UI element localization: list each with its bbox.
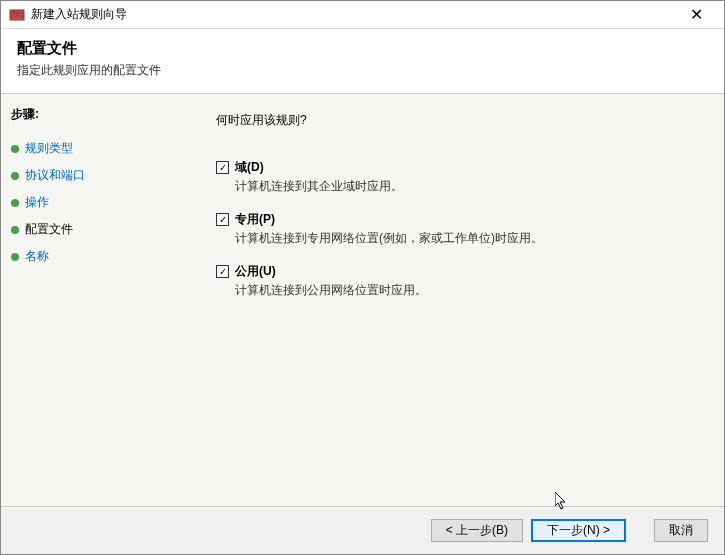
checkbox-public[interactable]: ✓: [216, 265, 229, 278]
bullet-icon: [11, 145, 19, 153]
option-desc: 计算机连接到其企业域时应用。: [235, 178, 694, 195]
bullet-icon: [11, 226, 19, 234]
option-row: ✓ 专用(P): [216, 211, 694, 228]
step-profile[interactable]: 配置文件: [11, 216, 176, 243]
option-row: ✓ 域(D): [216, 159, 694, 176]
question-text: 何时应用该规则?: [216, 112, 694, 129]
checkbox-private[interactable]: ✓: [216, 213, 229, 226]
header-section: 配置文件 指定此规则应用的配置文件: [1, 29, 724, 94]
page-title: 配置文件: [17, 39, 708, 58]
step-label: 名称: [25, 248, 49, 265]
titlebar-left: 新建入站规则向导: [9, 6, 127, 23]
window-title: 新建入站规则向导: [31, 6, 127, 23]
titlebar: 新建入站规则向导 ✕: [1, 1, 724, 29]
body-section: 步骤: 规则类型 协议和端口 操作 配置文件 名称 何时: [1, 94, 724, 506]
step-name[interactable]: 名称: [11, 243, 176, 270]
steps-heading: 步骤:: [11, 106, 176, 123]
step-action[interactable]: 操作: [11, 189, 176, 216]
option-row: ✓ 公用(U): [216, 263, 694, 280]
option-label: 专用(P): [235, 211, 275, 228]
checkbox-domain[interactable]: ✓: [216, 161, 229, 174]
option-domain: ✓ 域(D) 计算机连接到其企业域时应用。: [216, 159, 694, 195]
step-label: 配置文件: [25, 221, 73, 238]
step-rule-type[interactable]: 规则类型: [11, 135, 176, 162]
option-label: 公用(U): [235, 263, 276, 280]
bullet-icon: [11, 253, 19, 261]
step-label: 操作: [25, 194, 49, 211]
option-public: ✓ 公用(U) 计算机连接到公用网络位置时应用。: [216, 263, 694, 299]
close-icon: ✕: [690, 5, 703, 24]
option-desc: 计算机连接到公用网络位置时应用。: [235, 282, 694, 299]
step-label: 规则类型: [25, 140, 73, 157]
bullet-icon: [11, 199, 19, 207]
footer: < 上一步(B) 下一步(N) > 取消: [1, 506, 724, 554]
option-private: ✓ 专用(P) 计算机连接到专用网络位置(例如，家或工作单位)时应用。: [216, 211, 694, 247]
close-button[interactable]: ✕: [676, 3, 716, 27]
next-button[interactable]: 下一步(N) >: [531, 519, 626, 542]
option-label: 域(D): [235, 159, 264, 176]
cancel-button[interactable]: 取消: [654, 519, 708, 542]
main-content: 何时应用该规则? ✓ 域(D) 计算机连接到其企业域时应用。 ✓ 专用(P) 计…: [186, 94, 724, 506]
step-label: 协议和端口: [25, 167, 85, 184]
page-subtitle: 指定此规则应用的配置文件: [17, 62, 708, 79]
option-desc: 计算机连接到专用网络位置(例如，家或工作单位)时应用。: [235, 230, 694, 247]
wizard-window: 新建入站规则向导 ✕ 配置文件 指定此规则应用的配置文件 步骤: 规则类型 协议…: [0, 0, 725, 555]
bullet-icon: [11, 172, 19, 180]
step-protocol-port[interactable]: 协议和端口: [11, 162, 176, 189]
firewall-icon: [9, 7, 25, 23]
sidebar: 步骤: 规则类型 协议和端口 操作 配置文件 名称: [1, 94, 186, 506]
back-button[interactable]: < 上一步(B): [431, 519, 523, 542]
